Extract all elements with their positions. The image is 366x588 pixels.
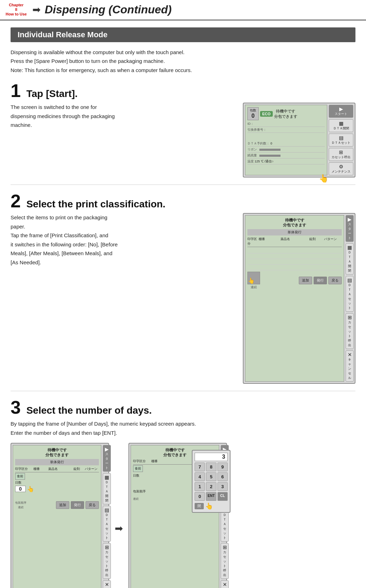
exchange-row: 引換券番号： <box>247 128 325 133</box>
numpad-key-1[interactable]: 1 <box>195 482 205 491</box>
screen3-left-bottom: 包装順序 連続 追加 発行 戻る <box>15 501 99 509</box>
numpad-key-6[interactable]: 6 <box>217 472 228 481</box>
numpad-key-9[interactable]: 9 <box>217 463 228 471</box>
step-2-block: 2 Select the print classification. Selec… <box>11 192 355 384</box>
numpad-key-4[interactable]: 4 <box>195 472 205 481</box>
numpad-key-5[interactable]: 5 <box>206 472 216 481</box>
machine-sidebar-1: ▶ スタート ▦ ＤＴＡ開閉 ▤ ＤＴＡセット ⊞ <box>329 105 353 175</box>
step-1-title: Tap [Start]. <box>26 88 78 99</box>
numpad-key-2[interactable]: 2 <box>206 482 216 491</box>
screen3-left-subtitle: 単体発行 <box>15 459 99 465</box>
step-2-title: Select the print classification. <box>26 199 165 210</box>
dta-open-button-2[interactable]: ▦ ＤＴＡ開閉 <box>346 243 354 274</box>
ribbon-row: リボン <box>247 147 325 153</box>
temp-row: 温度 125 ℃ /通信○ <box>247 159 325 164</box>
status-text-1: 待機中です 分包できます <box>274 109 297 119</box>
page-title: Dispensing (Continued) <box>45 3 172 16</box>
step-1-image: 包数 0 ECO 待機中です 分包できます ID： <box>243 103 355 177</box>
numpad-key-7[interactable]: 7 <box>195 463 205 471</box>
screen2-table-header: 印字区分 棚番 薬品名 錠剤 パターン <box>247 237 342 247</box>
dta-set-button-1[interactable]: ▤ ＤＴＡセット <box>329 134 353 147</box>
numpad-hand-icon: 👆 <box>205 502 213 510</box>
screen3-right-wrapper: 待機中です 分包できます 印字区分 棚番 食前 日数 包装順序 連続 <box>128 443 227 588</box>
section-title: Individual Release Mode <box>11 27 355 42</box>
print-class-box[interactable]: 👆 <box>247 272 260 284</box>
machine-screen-1: 包数 0 ECO 待機中です 分包できます ID： <box>245 105 327 175</box>
cancel-button-2[interactable]: ✕ キャンセル <box>346 350 354 382</box>
intro-text: Dispensing is available without the comp… <box>11 48 355 75</box>
step-1-desc: The screen is switched to the one for di… <box>11 103 236 130</box>
step-1-header: 1 Tap [Start]. <box>11 82 355 100</box>
days-value-row: 0 👆 <box>15 486 99 492</box>
maintenance-button-1[interactable]: ⚙ メンテナンス <box>329 162 353 175</box>
back-btn-2[interactable]: 戻る <box>328 277 342 284</box>
machine-ui-3-left: 待機中です 分包できます 単体発行 印字区分 棚番 薬品名 錠剤 パターン 食前 <box>11 443 109 588</box>
add-btn-3[interactable]: 追加 <box>56 501 69 509</box>
step3-arrow: ➡ <box>115 523 123 534</box>
cassette-button-3r[interactable]: ⊞ カセット呼出 <box>221 543 229 579</box>
numpad-key-0[interactable]: 0 <box>195 492 205 501</box>
machine-ui-1: 包数 0 ECO 待機中です 分包できます ID： <box>243 103 355 177</box>
screen3-left-status: 待機中です 分包できます <box>15 447 99 458</box>
screen2-status: 待機中です 分包できます <box>247 218 342 228</box>
step-2-image: 待機中です 分包できます 単体発行 印字区分 棚番 薬品名 錠剤 パターン <box>243 213 355 384</box>
numpad-bottom: 閉 👆 <box>195 502 228 510</box>
screen2-bottom: 👆 連続 追加 発行 戻る <box>247 272 342 290</box>
step-3-screens: 待機中です 分包できます 単体発行 印字区分 棚番 薬品名 錠剤 パターン 食前 <box>11 443 355 588</box>
dta-set-button-2[interactable]: ▤ ＤＴＡセット <box>346 276 354 312</box>
issue-btn-3[interactable]: 発行 <box>71 501 84 509</box>
eco-button[interactable]: ECO <box>260 111 273 117</box>
step-2-number: 2 <box>11 192 21 210</box>
start-button-1[interactable]: ▶ スタート <box>329 105 353 118</box>
start-button-3l[interactable]: ▶ スタート <box>103 445 111 472</box>
cancel-button-3l[interactable]: ✕ キャンセル <box>103 580 111 588</box>
step-3-header: 3 Select the number of days. <box>11 398 355 416</box>
numpad-display: 3 <box>195 453 228 461</box>
numpad-key-8[interactable]: 8 <box>206 463 216 471</box>
dta-open-button-1[interactable]: ▦ ＤＴＡ開閉 <box>329 119 353 132</box>
pack-count-box: 包数 0 <box>247 107 259 120</box>
dta-set-button-3l[interactable]: ▤ ＤＴＡセット <box>103 506 111 542</box>
cancel-button-3r[interactable]: ✕ キャンセル <box>221 580 229 588</box>
cassette-button-2[interactable]: ⊞ カセット呼出 <box>346 313 354 349</box>
back-btn-3[interactable]: 戻る <box>86 501 99 509</box>
issue-btn-2[interactable]: 発行 <box>314 277 327 284</box>
step-2-content: Select the items to print on the packagi… <box>11 213 355 384</box>
chapter-label: Chapter II How to Use <box>6 3 27 17</box>
print-val-right: 食前 <box>133 465 143 472</box>
numpad-key-ent[interactable]: ENT <box>206 492 216 501</box>
id-row: ID： <box>247 122 325 127</box>
screen2-subtitle: 単体発行 <box>247 229 342 235</box>
machine-sidebar-2: ▶ スタート ▦ ＤＴＡ開閉 ▤ ＤＴＡセット ⊞ <box>346 215 354 382</box>
numpad-overlay: 3 7 8 9 4 5 6 1 2 3 0 ENT CL 閉 👆 <box>192 450 231 513</box>
days-hand-icon: 👆 <box>27 486 34 492</box>
tap-hand-icon-1: 👆 <box>319 174 328 183</box>
paper-row: 紙残量 <box>247 153 325 159</box>
days-value-box[interactable]: 0 <box>15 486 26 492</box>
cassette-button-1[interactable]: ⊞ カセット呼出 <box>329 148 353 161</box>
print-val-left: 食前 <box>15 473 25 480</box>
screen3-left-header: 印字区分 棚番 薬品名 錠剤 パターン <box>15 467 99 472</box>
machine-screen-2: 待機中です 分包できます 単体発行 印字区分 棚番 薬品名 錠剤 パターン <box>245 215 344 382</box>
numpad-grid: 7 8 9 4 5 6 1 2 3 0 ENT CL <box>195 463 228 501</box>
numpad-key-3[interactable]: 3 <box>217 482 228 491</box>
screen2-rows <box>247 248 342 270</box>
machine-screen-3-left: 待機中です 分包できます 単体発行 印字区分 棚番 薬品名 錠剤 パターン 食前 <box>13 445 101 588</box>
step-3-number: 3 <box>11 398 21 416</box>
dta-row: ＤＴＡ予約数： 0 <box>247 141 325 147</box>
print-class-hand-icon: 👆 <box>248 277 255 284</box>
step-3-title: Select the number of days. <box>26 405 152 416</box>
days-row-left: 日数 <box>15 480 99 485</box>
add-btn-2[interactable]: 追加 <box>299 277 312 284</box>
screen2-action-btns: 追加 発行 戻る <box>299 277 342 284</box>
step-3-desc: By tapping the frame of [Number of Days]… <box>11 419 355 437</box>
step-2-header: 2 Select the print classification. <box>11 192 355 210</box>
page-header: Chapter II How to Use ➡ Dispensing (Cont… <box>0 0 366 20</box>
step-1-number: 1 <box>11 82 21 100</box>
screen3-left-values: 食前 <box>15 473 99 480</box>
start-button-2[interactable]: ▶ スタート <box>346 215 354 242</box>
cassette-button-3l[interactable]: ⊞ カセット呼出 <box>103 543 111 579</box>
close-numpad-btn[interactable]: 閉 <box>195 503 204 509</box>
dta-open-button-3l[interactable]: ▦ ＤＴＡ開閉 <box>103 473 111 504</box>
numpad-key-cl[interactable]: CL <box>217 492 228 501</box>
